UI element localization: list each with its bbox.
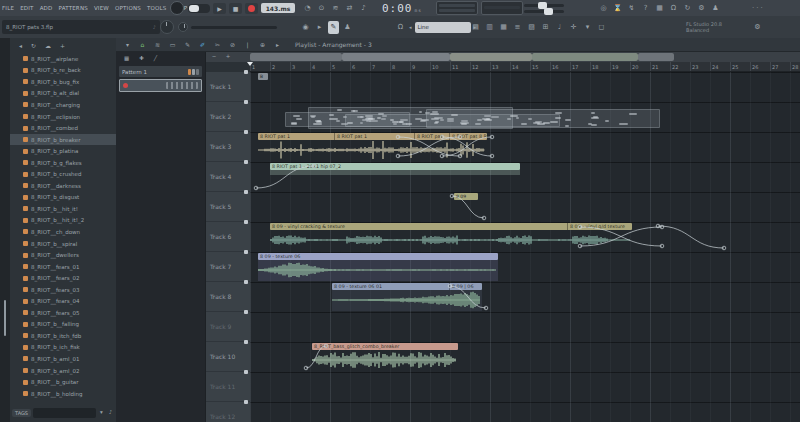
multilink-icon[interactable]: Ω (668, 2, 679, 15)
tempo-tap-icon[interactable]: ♩ (554, 21, 565, 34)
track-header[interactable]: Track 12 (206, 402, 250, 422)
main-volume-knob[interactable] (160, 20, 174, 34)
browser-file[interactable]: 8_RIOT_b_alt_dial (10, 88, 116, 100)
typing-piano-icon[interactable]: ♟ (342, 21, 353, 34)
pattern-item[interactable] (119, 79, 202, 92)
loop-record-icon[interactable]: ⇄ (344, 2, 355, 15)
menu-patterns[interactable]: PATTERNS (58, 5, 87, 11)
scrollbar-segment[interactable] (250, 53, 342, 61)
master-volume-slider[interactable] (524, 10, 564, 13)
channel-rack-icon[interactable]: ▦ (498, 21, 509, 34)
mixer-icon[interactable]: ≡ (512, 21, 523, 34)
cloud-icon[interactable]: ☁ (45, 39, 51, 52)
track-header[interactable]: Track 10 (206, 342, 250, 372)
menu-options[interactable]: OPTIONS (115, 5, 141, 11)
user-icon[interactable]: ♟ (710, 2, 721, 15)
track-mute-dot[interactable] (244, 400, 248, 404)
metronome-icon[interactable]: ◔ (302, 2, 313, 15)
midi-activity-icon[interactable]: ↯ (626, 2, 637, 15)
browser-file[interactable]: 8_RIOT_b_crushed (10, 168, 116, 180)
browser-file[interactable]: 8_RIOT_b_breaker (10, 134, 116, 146)
select-icon[interactable]: ▭ (167, 39, 178, 50)
browser-file[interactable]: 8_RIOT__charging (10, 99, 116, 111)
playlist-scrollbar[interactable]: −+ (206, 52, 800, 62)
refresh-icon[interactable]: ↻ (31, 39, 36, 52)
mini-clip[interactable]: 8 09 (454, 193, 478, 200)
track-mute-dot[interactable] (244, 130, 248, 134)
browser-file[interactable]: 8_RIOT_b_platina (10, 145, 116, 157)
slip-icon[interactable]: ≋ (152, 39, 163, 50)
scrollbar-segment[interactable] (638, 53, 674, 61)
menu-add[interactable]: ADD (40, 5, 53, 11)
track-header[interactable]: Track 2 (206, 102, 250, 132)
brush-icon[interactable]: ✐ (197, 39, 208, 50)
cut-icon[interactable]: ✂ (212, 39, 223, 50)
clip-segment[interactable]: 8 RIOT pat (415, 133, 450, 140)
scrollbar-segment[interactable] (342, 53, 450, 61)
clip-segment[interactable]: 8 RIOT pat 8 RIOT_M (450, 133, 487, 140)
ghost-pattern-clip[interactable] (426, 109, 660, 128)
edge-scrollbar[interactable] (4, 300, 6, 336)
pencil-icon[interactable]: ✎ (182, 39, 193, 50)
blank-icon[interactable]: ◻ (596, 21, 607, 34)
tags-button[interactable]: TAGS (12, 409, 31, 417)
snap-selector[interactable]: Line (415, 22, 471, 33)
detach-icon[interactable]: ▾ (122, 39, 133, 50)
fl-logo-knob[interactable] (170, 1, 184, 15)
clip-segment[interactable]: 8 09 - texture 06 01 (332, 283, 450, 290)
browser-file[interactable]: 8_RIOT__darkness (10, 180, 116, 192)
track-mute-dot[interactable] (244, 280, 248, 284)
wait-input-icon[interactable]: ⊙ (316, 2, 327, 15)
browser-file[interactable]: 8_RIOT_b__spiral (10, 238, 116, 250)
blend-notes-icon[interactable]: ≋ (330, 2, 341, 15)
add-icon[interactable]: + (60, 39, 65, 52)
slice-icon[interactable]: | (242, 39, 253, 50)
browser-file[interactable]: 8_RIOT_b_g_flakes (10, 157, 116, 169)
search-input[interactable] (33, 408, 96, 418)
browser-file[interactable]: 8_RIOT__fears_04 (10, 295, 116, 307)
track-header[interactable]: Track 5 (206, 192, 250, 222)
play-button[interactable]: ▶ (213, 3, 226, 14)
zoom-in-icon[interactable]: + (224, 50, 232, 63)
track-mute-dot[interactable] (244, 190, 248, 194)
arrow-tool-icon[interactable]: ▸ (314, 21, 325, 34)
track-mute-dot[interactable] (244, 370, 248, 374)
audio-clip[interactable]: 8 09 - texture 06 (258, 253, 498, 282)
snap-prev-icon[interactable]: ◂ (409, 24, 412, 30)
plugin-picker-icon[interactable]: ⊞ (540, 21, 551, 34)
audio-settings-icon[interactable]: ⚙ (696, 2, 707, 15)
magnet-icon[interactable]: Ω (395, 21, 406, 34)
picker-add-icon[interactable]: ✚ (139, 52, 144, 65)
browser-file[interactable]: 8_RIOT__fears_01 (10, 261, 116, 273)
track-header[interactable]: Track 1 (206, 72, 250, 102)
track-header[interactable]: Track 7 (206, 252, 250, 282)
track-header[interactable]: Track 11 (206, 372, 250, 402)
typing-keyboard-icon[interactable]: ▦ (654, 2, 665, 15)
zoom-icon[interactable]: ⊕ (257, 39, 268, 50)
track-header[interactable]: Track 8 (206, 282, 250, 312)
browser-file[interactable]: 8_RIOT__fears_03 (10, 284, 116, 296)
track-header[interactable]: Track 4 (206, 162, 250, 192)
clip-segment[interactable]: 8 09 - vinyl cracking & texture (270, 223, 568, 230)
record-button[interactable] (245, 3, 258, 14)
track-mute-dot[interactable] (244, 310, 248, 314)
browser-file[interactable]: 8_RIOT_b_ich_fisk (10, 342, 116, 354)
clip-segment[interactable]: 8 RIOT pat 1 (258, 133, 335, 140)
track-mute-dot[interactable] (244, 160, 248, 164)
clip-segment[interactable]: 8 RIOT pat 1 (335, 133, 415, 140)
track-header[interactable]: Track 6 (206, 222, 250, 252)
track-header[interactable]: Track 9 (206, 312, 250, 342)
clip-segment[interactable]: 8 09 - vinyl q/d texture (568, 223, 632, 230)
browser-toggle-icon[interactable]: ▨ (526, 21, 537, 34)
help-icon[interactable]: ? (640, 2, 651, 15)
pattern-item[interactable]: Pattern 1 (119, 66, 202, 77)
menu-view[interactable]: VIEW (94, 5, 109, 11)
track-mute-dot[interactable] (244, 250, 248, 254)
mini-clip[interactable]: B (258, 73, 268, 80)
step-edit-icon[interactable]: ♪ (358, 2, 369, 15)
sync-icon[interactable]: ↻ (682, 2, 693, 15)
browser-file[interactable]: 8_RIOT_b__hit_it! (10, 203, 116, 215)
stop-button[interactable]: ■ (229, 3, 242, 14)
piano-roll-icon[interactable]: ▥ (484, 21, 495, 34)
picker-grid-icon[interactable]: ▦ (124, 52, 129, 65)
